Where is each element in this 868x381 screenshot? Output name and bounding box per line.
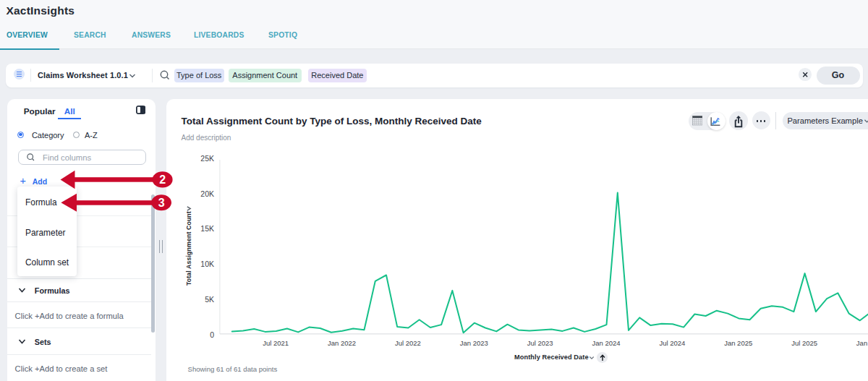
svg-text:2: 2 — [159, 174, 166, 186]
svg-text:3: 3 — [158, 197, 165, 209]
